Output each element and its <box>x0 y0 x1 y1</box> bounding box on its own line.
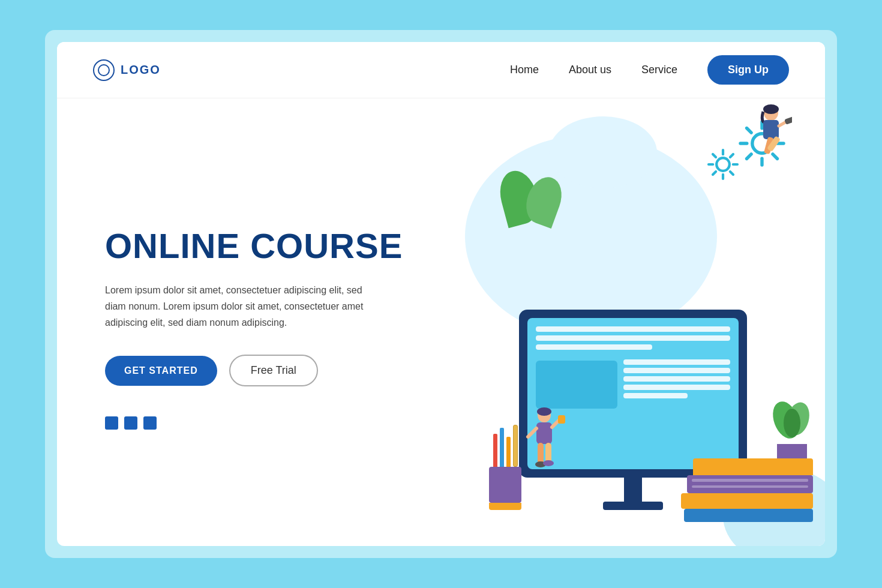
nav-home[interactable]: Home <box>510 64 539 76</box>
signup-button[interactable]: Sign Up <box>707 55 789 85</box>
hero-illustration <box>441 98 825 546</box>
logo-text: LOGO <box>121 63 161 77</box>
pencils <box>493 425 518 467</box>
nav-links: Home About us Service Sign Up <box>510 55 789 85</box>
dot-1 <box>105 416 118 430</box>
hero-left: ONLINE COURSE Lorem ipsum dolor sit amet… <box>57 98 441 546</box>
screen-line-r1 <box>623 359 730 365</box>
plant-right <box>768 396 816 468</box>
decorative-dots <box>105 416 405 430</box>
svg-rect-27 <box>536 422 552 444</box>
book-1 <box>693 458 813 475</box>
plant-leaves <box>768 396 816 444</box>
svg-rect-20 <box>763 120 779 139</box>
svg-point-9 <box>716 158 730 171</box>
screen-lines-right <box>623 359 730 409</box>
svg-point-34 <box>543 460 554 466</box>
cta-buttons: GET STARTED Free Trial <box>105 355 405 386</box>
cup-base <box>489 503 521 510</box>
books-stack <box>681 458 813 522</box>
screen-line-r3 <box>623 376 730 382</box>
screen-line-3 <box>536 344 652 350</box>
svg-rect-31 <box>538 443 544 464</box>
ruler <box>513 425 518 467</box>
navbar: LOGO Home About us Service Sign Up <box>57 42 825 98</box>
main-content: ONLINE COURSE Lorem ipsum dolor sit amet… <box>57 98 825 546</box>
logo-inner-circle <box>98 64 110 76</box>
pencil-orange <box>506 437 511 467</box>
svg-line-16 <box>730 154 733 157</box>
get-started-button[interactable]: GET STARTED <box>105 356 217 386</box>
person-bottom <box>522 406 567 480</box>
logo-area: LOGO <box>93 59 161 81</box>
book-4 <box>684 509 813 522</box>
dot-3 <box>143 416 157 430</box>
pencil-cup <box>489 425 521 510</box>
bg-blob-2 <box>549 116 657 188</box>
svg-point-26 <box>537 407 551 416</box>
nav-service[interactable]: Service <box>641 64 677 76</box>
screen-line-r5 <box>623 393 688 398</box>
person-top <box>738 104 792 173</box>
hero-headline: ONLINE COURSE <box>105 227 405 265</box>
svg-line-28 <box>528 428 536 437</box>
plant-top <box>501 170 560 227</box>
pencil-blue <box>500 428 504 467</box>
book-2 <box>687 475 813 493</box>
svg-point-19 <box>763 104 779 114</box>
hero-description: Lorem ipsum dolor sit amet, consectetuer… <box>105 282 369 331</box>
monitor-stand <box>624 478 642 502</box>
nav-about[interactable]: About us <box>569 64 611 76</box>
screen-line-2 <box>536 335 730 341</box>
svg-line-14 <box>713 154 716 157</box>
person-bottom-svg <box>522 406 567 478</box>
screen-line-1 <box>536 326 730 332</box>
svg-rect-30 <box>558 415 565 424</box>
free-trial-button[interactable]: Free Trial <box>229 355 318 386</box>
screen-box <box>536 361 617 409</box>
svg-line-17 <box>713 172 716 175</box>
dot-2 <box>124 416 137 430</box>
book-3 <box>681 493 813 509</box>
monitor-base <box>603 502 663 510</box>
gear-small-icon <box>705 146 741 182</box>
logo-icon <box>93 59 115 81</box>
outer-border: LOGO Home About us Service Sign Up ONLIN… <box>45 30 837 558</box>
screen-line-r2 <box>623 368 730 373</box>
screen-line-r4 <box>623 385 730 390</box>
plant-leaves-svg <box>768 396 816 444</box>
svg-line-15 <box>730 172 733 175</box>
cup-body <box>489 467 521 503</box>
person-top-svg <box>738 104 792 170</box>
page-card: LOGO Home About us Service Sign Up ONLIN… <box>57 42 825 546</box>
pencil-red <box>493 434 497 467</box>
svg-point-37 <box>784 409 800 437</box>
svg-rect-32 <box>545 443 551 463</box>
